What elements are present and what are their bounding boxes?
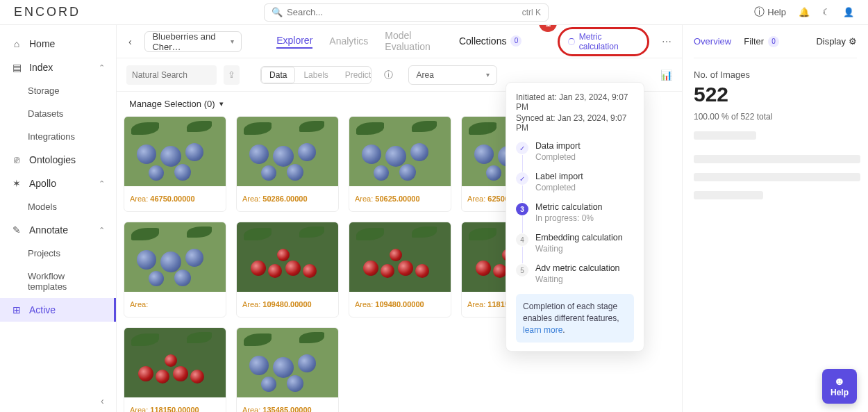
- image-card[interactable]: Area: 109480.00000: [236, 222, 339, 318]
- skeleton-line: [694, 173, 860, 181]
- skeleton-line: [694, 131, 756, 140]
- sidebar-label: Apollo: [29, 178, 56, 189]
- card-meta: Area: 109480.00000: [237, 292, 338, 317]
- step-marker: 3: [516, 203, 528, 215]
- rp-filter-label: Filter: [744, 36, 764, 47]
- more-menu[interactable]: ⋯: [662, 36, 672, 47]
- image-thumbnail: [124, 117, 226, 186]
- sidebar-item-apollo[interactable]: ✶Apollo⌃: [0, 172, 116, 195]
- tab-label: Collections: [459, 35, 506, 47]
- image-card[interactable]: Area: 50625.00000: [349, 116, 451, 212]
- image-thumbnail: [124, 328, 226, 397]
- brand-logo: ENCORD: [14, 5, 118, 19]
- search-input[interactable]: [287, 7, 522, 17]
- image-thumbnail: [349, 222, 451, 292]
- natural-search-input[interactable]: [126, 65, 217, 85]
- sidebar-item-active[interactable]: ⊞Active: [0, 298, 116, 322]
- image-card[interactable]: Area: 118150.00000: [124, 327, 226, 412]
- step-sub: Completed: [535, 183, 583, 192]
- image-thumbnail: [124, 222, 226, 292]
- progress-step: ✓Data importCompleted: [516, 141, 634, 162]
- chevron-up-icon: ⌃: [99, 63, 105, 72]
- images-pct: 100.00 % of 522 total: [694, 112, 857, 122]
- step-title: Embedding calculation: [535, 233, 623, 242]
- project-select[interactable]: Blueberries and Cher… ▾: [144, 31, 242, 52]
- sidebar-label: Active: [29, 304, 56, 315]
- chart-icon[interactable]: 📊: [660, 69, 672, 81]
- gear-icon: ⚙: [849, 36, 857, 47]
- metric-select-value: Area: [416, 70, 433, 80]
- chevron-down-icon: ▾: [231, 38, 234, 45]
- home-icon: ⌂: [11, 38, 22, 49]
- step-marker: ✓: [516, 142, 528, 154]
- help-link[interactable]: ⓘ Help: [754, 6, 786, 19]
- progress-step: ✓Label importCompleted: [516, 172, 634, 192]
- sidebar-item-storage[interactable]: Storage: [0, 79, 116, 102]
- apollo-icon: ✶: [11, 178, 22, 189]
- sidebar-item-datasets[interactable]: Datasets: [0, 102, 116, 125]
- metric-progress-popover: Initiated at: Jan 23, 2024, 9:07 PM Sync…: [506, 82, 644, 352]
- popover-note: Completion of each stage enables differe…: [516, 294, 634, 343]
- metric-calculation-button[interactable]: 1 Metric calculation: [558, 27, 649, 56]
- sidebar-item-projects[interactable]: Projects: [0, 242, 116, 265]
- info-icon[interactable]: ⓘ: [384, 69, 393, 81]
- initiated-at: Initiated at: Jan 23, 2024, 9:07 PM: [516, 92, 634, 112]
- sidebar-item-integrations[interactable]: Integrations: [0, 125, 116, 148]
- step-title: Adv metric calculation: [535, 263, 620, 273]
- tab-model-evaluation[interactable]: Model Evaluation: [385, 30, 442, 53]
- rp-tab-overview[interactable]: Overview: [694, 36, 731, 47]
- seg-labels[interactable]: Labels: [295, 67, 336, 83]
- back-button[interactable]: ‹: [122, 33, 137, 50]
- image-thumbnail: [237, 222, 338, 292]
- help-bubble[interactable]: ☻ Help: [822, 369, 857, 404]
- moon-icon[interactable]: ☾: [822, 7, 831, 17]
- step-sub: In progress: 0%: [535, 213, 603, 223]
- chevron-down-icon: ▾: [486, 71, 490, 79]
- image-thumbnail: [349, 117, 451, 186]
- chevron-up-icon: ⌃: [99, 226, 105, 235]
- sidebar-item-index[interactable]: ▤Index⌃: [0, 56, 116, 79]
- sidebar-collapse[interactable]: ‹: [101, 395, 104, 406]
- search-icon: 🔍: [272, 7, 283, 17]
- bell-icon[interactable]: 🔔: [799, 7, 810, 17]
- sidebar-item-ontologies[interactable]: ⎚Ontologies: [0, 148, 116, 172]
- seg-predictions[interactable]: Predictions: [337, 67, 372, 83]
- tab-collections[interactable]: Collections 0: [459, 35, 521, 48]
- rp-display[interactable]: Display ⚙: [816, 36, 857, 47]
- image-card[interactable]: Area: 109480.00000: [349, 222, 451, 318]
- metric-select[interactable]: Area ▾: [408, 65, 497, 85]
- sidebar-label: Annotate: [29, 224, 68, 236]
- image-thumbnail: [237, 117, 338, 186]
- card-meta: Area:: [124, 292, 226, 317]
- help-label: Help: [767, 7, 786, 17]
- learn-more-link[interactable]: learn more: [523, 325, 562, 335]
- sidebar-label: Models: [28, 201, 57, 212]
- index-icon: ▤: [11, 62, 22, 73]
- upload-button[interactable]: ⇪: [224, 65, 240, 85]
- card-meta: Area: 135485.00000: [237, 397, 338, 412]
- sidebar-label: Integrations: [28, 131, 75, 142]
- user-icon[interactable]: 👤: [843, 7, 854, 17]
- global-search[interactable]: 🔍 ctrl K: [264, 3, 549, 22]
- image-card[interactable]: Area:: [124, 222, 226, 318]
- sidebar-item-annotate[interactable]: ✎Annotate⌃: [0, 218, 116, 242]
- image-card[interactable]: Area: 50286.00000: [236, 116, 339, 212]
- tab-explorer[interactable]: Explorer: [276, 35, 312, 49]
- active-icon: ⊞: [11, 304, 22, 315]
- image-thumbnail: [237, 328, 338, 397]
- progress-step: 5Adv metric calculationWaiting: [516, 263, 634, 284]
- image-card[interactable]: Area: 46750.00000: [124, 116, 226, 212]
- collections-count-badge: 0: [510, 35, 521, 47]
- image-card[interactable]: Area: 135485.00000: [236, 327, 339, 412]
- rp-tab-filter[interactable]: Filter 0: [744, 36, 779, 47]
- seg-data[interactable]: Data: [261, 67, 295, 83]
- synced-at: Synced at: Jan 23, 2024, 9:07 PM: [516, 113, 634, 133]
- sidebar-item-models[interactable]: Models: [0, 195, 116, 218]
- skeleton-line: [694, 191, 763, 199]
- sidebar-item-workflow[interactable]: Workflow templates: [0, 265, 116, 298]
- sidebar-item-home[interactable]: ⌂Home: [0, 32, 116, 56]
- tab-analytics[interactable]: Analytics: [329, 35, 368, 48]
- sidebar-label: Index: [29, 62, 53, 73]
- step-sub: Completed: [535, 152, 581, 162]
- filter-count-badge: 0: [768, 36, 779, 47]
